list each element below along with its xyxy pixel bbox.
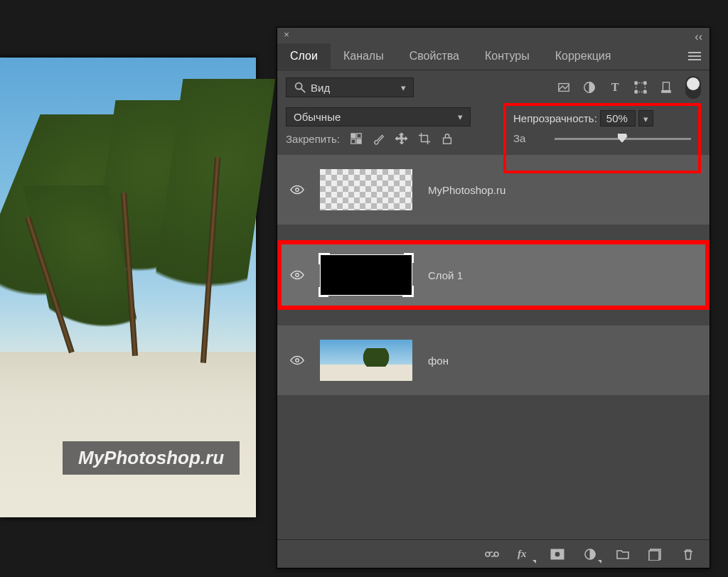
tab-adjust[interactable]: Коррекция	[542, 43, 624, 69]
artboard-icon[interactable]	[660, 81, 673, 94]
opacity-highlight-box: Непрозрачность: 50% За	[503, 103, 701, 173]
opacity-value[interactable]: 50%	[600, 110, 636, 126]
layer-name[interactable]: MyPhotoshop.ru	[428, 184, 505, 196]
layer-row[interactable]: фон	[277, 325, 710, 395]
svg-rect-25	[649, 551, 659, 561]
image-filter-icon[interactable]	[557, 81, 570, 94]
layer-thumbnail[interactable]	[320, 254, 412, 296]
group-icon[interactable]	[616, 548, 630, 561]
svg-rect-7	[635, 91, 638, 94]
opacity-slider[interactable]: За	[513, 132, 691, 145]
panel-footer: fx	[277, 539, 710, 568]
svg-rect-12	[357, 134, 361, 138]
magnifier-icon	[294, 81, 306, 94]
panel-header: × ‹‹	[277, 28, 710, 42]
tab-paths[interactable]: Контуры	[472, 43, 542, 69]
svg-rect-5	[635, 82, 638, 85]
panel-menu-icon[interactable]	[688, 52, 701, 60]
brush-icon[interactable]	[373, 132, 385, 145]
move-icon[interactable]	[395, 132, 408, 145]
visibility-icon[interactable]	[290, 270, 304, 280]
svg-rect-11	[351, 134, 355, 138]
blend-mode-dropdown[interactable]: Обычные	[286, 107, 471, 126]
blend-mode-value: Обычные	[294, 111, 341, 123]
layer-thumbnail[interactable]	[320, 340, 412, 381]
panel-tabs: Слои Каналы Свойства Контуры Коррекция	[277, 42, 710, 70]
canvas-watermark: MyPhotoshop.ru	[63, 441, 240, 475]
layer-name[interactable]: Слой 1	[428, 269, 463, 281]
layer-name[interactable]: фон	[428, 355, 449, 367]
fx-icon[interactable]: fx	[518, 548, 532, 561]
tab-layers[interactable]: Слои	[277, 43, 331, 69]
layer-list: MyPhotoshop.ru Слой 1 фон	[277, 155, 710, 395]
svg-rect-6	[644, 82, 647, 85]
tab-properties[interactable]: Свойства	[397, 43, 472, 69]
link-icon[interactable]	[485, 548, 499, 561]
lock-icon[interactable]	[441, 132, 454, 145]
svg-point-0	[296, 83, 302, 90]
layer-thumbnail[interactable]	[320, 169, 412, 210]
visibility-icon[interactable]	[290, 185, 304, 195]
adjustment-icon[interactable]	[583, 548, 597, 561]
filter-row: Вид T	[277, 70, 710, 104]
pixels-lock-icon[interactable]	[350, 132, 363, 145]
filter-icons: T	[557, 76, 701, 99]
document-canvas[interactable]: MyPhotoshop.ru	[0, 58, 256, 517]
canvas-sand	[0, 352, 256, 517]
text-icon[interactable]: T	[609, 81, 621, 94]
svg-point-16	[296, 188, 299, 192]
svg-line-1	[301, 89, 305, 92]
fill-label-truncated: За	[513, 132, 525, 144]
svg-rect-14	[357, 139, 361, 144]
svg-point-17	[296, 274, 299, 277]
collapse-icon[interactable]: ‹‹	[695, 31, 702, 43]
new-layer-icon[interactable]	[648, 548, 663, 561]
filter-toggle[interactable]	[685, 76, 701, 99]
visibility-icon[interactable]	[290, 355, 304, 365]
close-icon[interactable]: ×	[282, 30, 291, 40]
mask-circle-icon[interactable]	[583, 81, 596, 94]
svg-rect-10	[662, 91, 671, 93]
svg-rect-9	[663, 82, 670, 91]
svg-point-18	[296, 359, 299, 362]
layers-panel: × ‹‹ Слои Каналы Свойства Контуры Коррек…	[277, 27, 710, 568]
svg-rect-15	[444, 138, 451, 144]
transform-icon[interactable]	[634, 81, 647, 94]
tab-channels[interactable]: Каналы	[331, 43, 397, 69]
trash-icon[interactable]	[681, 548, 695, 561]
crop-icon[interactable]	[418, 132, 431, 145]
blend-row: Обычные Непрозрачность: 50% За	[277, 104, 710, 128]
mask-icon[interactable]	[550, 548, 564, 561]
slider-thumb[interactable]	[617, 133, 628, 143]
layer-filter-dropdown[interactable]: Вид	[286, 77, 414, 97]
svg-rect-13	[351, 139, 355, 144]
layer-row[interactable]: Слой 1	[277, 240, 710, 310]
opacity-label: Непрозрачность:	[513, 112, 597, 124]
svg-rect-8	[644, 91, 647, 94]
opacity-dropdown-icon[interactable]	[638, 110, 653, 126]
lock-label: Закрепить:	[286, 133, 340, 145]
svg-point-22	[555, 551, 560, 557]
filter-label: Вид	[311, 82, 330, 94]
